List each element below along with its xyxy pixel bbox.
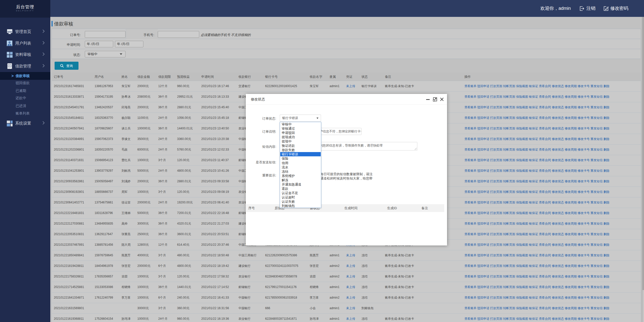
svg-text:¥: ¥ [9,65,10,67]
